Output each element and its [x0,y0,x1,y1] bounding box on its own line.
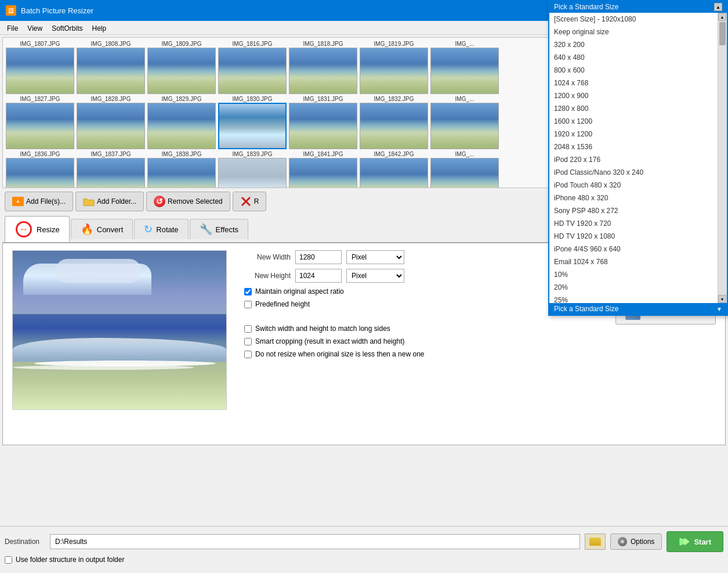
dropdown-header-label: Pick a Standard Size [554,3,714,11]
remove-selected-button[interactable]: ↺ Remove Selected [146,192,230,211]
dropdown-item[interactable]: iPod Touch 480 x 320 [549,179,718,192]
list-item[interactable]: IMG_1809.JPG [147,40,216,94]
dropdown-item[interactable]: 1920 x 1200 [549,128,718,140]
bottom-bar: Destination Options Start Use fold [0,526,728,573]
rename-button[interactable]: R [233,192,267,211]
scrollbar-down-arrow[interactable]: ▼ [718,295,726,303]
dropdown-footer-arrow: ▼ [716,306,722,312]
dropdown-item[interactable]: iPone 4/4S 960 x 640 [549,243,718,255]
add-folder-button[interactable]: Add Folder... [75,192,144,211]
dropdown-item[interactable]: 800 x 600 [549,64,718,77]
predefined-height-checkbox[interactable] [244,301,252,308]
list-item[interactable]: IMG_1842.JPG [359,150,429,188]
dropdown-item[interactable]: iPod 220 x 176 [549,153,718,166]
list-item[interactable]: IMG_1841.JPG [288,150,358,188]
options-label: Options [631,538,654,546]
dropdown-scrollbar[interactable]: ▲ ▼ [718,13,727,303]
list-item[interactable]: IMG_1832.JPG [359,95,429,149]
scrollbar-up-arrow[interactable]: ▲ [718,13,726,21]
menu-view[interactable]: View [23,22,47,33]
add-files-label: Add File(s)... [26,197,66,206]
start-label: Start [694,538,711,546]
dropdown-scroll-up[interactable]: ▲ [714,3,722,11]
tab-convert[interactable]: 🔥 Convert [71,219,133,239]
remove-icon: ↺ [154,196,165,207]
list-item[interactable]: IMG_1819.JPG [359,40,429,94]
list-item[interactable]: IMG_... [430,40,499,94]
menu-softorbits[interactable]: SoftOrbits [47,22,87,33]
width-unit-select[interactable]: Pixel Percent cm mm inch [346,250,404,264]
switch-width-height-row: Switch width and height to match long si… [244,325,716,333]
do-not-resize-checkbox[interactable] [244,351,252,358]
tab-rotate[interactable]: ↻ Rotate [134,219,188,239]
dropdown-item[interactable]: 320 x 200 [549,38,718,51]
options-button[interactable]: Options [610,534,662,550]
add-files-button[interactable]: + Add File(s)... [5,192,73,211]
start-button[interactable]: Start [667,531,723,552]
dropdown-footer[interactable]: Pick a Standard Size ▼ [549,303,727,315]
list-item[interactable]: IMG_1831.JPG [288,95,358,149]
list-item[interactable]: IMG_1816.JPG [218,40,287,94]
dropdown-scroll-buttons: ▲ [714,3,722,11]
list-item[interactable]: IMG_1818.JPG [288,40,358,94]
list-item[interactable]: IMG_1808.JPG [76,40,146,94]
list-item[interactable]: IMG_1839.JPG [218,150,287,188]
dropdown-item[interactable]: 20% [549,281,718,294]
height-unit-select[interactable]: Pixel Percent cm mm inch [346,269,404,283]
dropdown-item[interactable]: iPod Classic/Nano 320 x 240 [549,166,718,179]
maintain-aspect-label: Maintain original aspect ratio [255,287,344,295]
standard-size-dropdown[interactable]: Pick a Standard Size ▲ [Screen Size] - 1… [548,0,728,316]
new-height-label: New Height [244,272,291,280]
dropdown-item[interactable]: [Screen Size] - 1920x1080 [549,13,718,26]
width-input[interactable] [295,250,342,264]
list-item[interactable]: IMG_1828.JPG [76,95,146,149]
list-item[interactable]: IMG_1827.JPG [5,95,75,149]
dropdown-item[interactable]: HD TV 1920 x 720 [549,217,718,230]
dropdown-item[interactable]: Sony PSP 480 x 272 [549,204,718,217]
tab-resize[interactable]: ↔ Resize [5,216,70,242]
menu-file[interactable]: File [2,22,23,33]
list-item[interactable]: IMG_1837.JPG [76,150,146,188]
destination-input[interactable] [50,534,580,549]
menu-help[interactable]: Help [88,22,111,33]
dropdown-item[interactable]: 1200 x 900 [549,89,718,102]
gear-icon [618,537,627,546]
list-item[interactable]: IMG_1829.JPG [147,95,216,149]
smart-cropping-checkbox[interactable] [244,338,252,345]
destination-row: Destination Options Start [5,531,723,552]
dropdown-item[interactable]: HD TV 1920 x 1080 [549,230,718,243]
preview-area [12,250,233,438]
list-item[interactable]: IMG_1830.JPG [218,95,287,149]
list-item[interactable]: IMG_1838.JPG [147,150,216,188]
list-item[interactable]: IMG_1807.JPG [5,40,75,94]
dropdown-item[interactable]: Keep original size [549,26,718,38]
dropdown-item[interactable]: Email 1024 x 768 [549,255,718,268]
browse-button[interactable] [585,534,606,550]
app-icon: 🖼 [6,5,16,16]
dropdown-item[interactable]: 640 x 480 [549,51,718,64]
dropdown-item[interactable]: 2048 x 1536 [549,140,718,153]
dropdown-item[interactable]: 25% [549,294,718,303]
dropdown-item[interactable]: 1024 x 768 [549,77,718,89]
maintain-aspect-checkbox[interactable] [244,288,252,295]
tab-effects-label: Effects [216,225,239,234]
list-item[interactable]: IMG_... [430,150,499,188]
dropdown-footer-label: Pick a Standard Size [554,305,618,313]
dropdown-item[interactable]: 1280 x 800 [549,102,718,115]
cancel-remove-icon [240,196,252,207]
use-folder-structure-checkbox[interactable] [5,556,12,564]
dropdown-item[interactable]: 1600 x 1200 [549,115,718,128]
scrollbar-thumb[interactable] [719,22,726,45]
list-item[interactable]: IMG_... [430,95,499,149]
predefined-height-label: Predefined height [255,300,310,308]
height-input[interactable] [295,269,342,283]
switch-width-height-checkbox[interactable] [244,325,252,333]
list-item[interactable]: IMG_1836.JPG [5,150,75,188]
dropdown-list[interactable]: [Screen Size] - 1920x1080 Keep original … [549,13,727,303]
add-files-icon: + [12,196,24,207]
start-icon [679,536,690,547]
dropdown-item[interactable]: 10% [549,268,718,281]
do-not-resize-label: Do not resize when original size is less… [255,350,425,358]
dropdown-item[interactable]: iPhone 480 x 320 [549,192,718,204]
tab-effects[interactable]: 🔧 Effects [190,219,249,239]
